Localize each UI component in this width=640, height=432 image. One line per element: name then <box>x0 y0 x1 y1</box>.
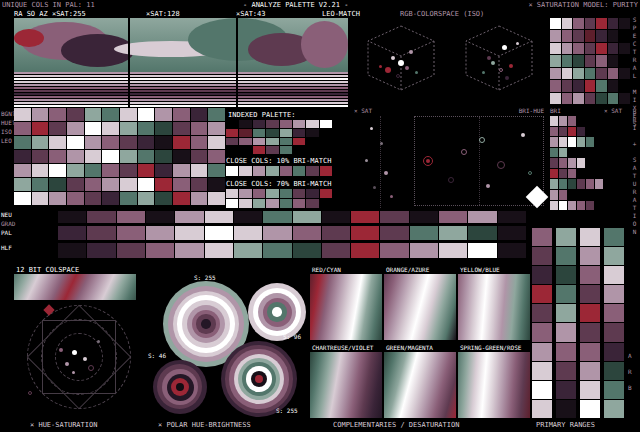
swatch <box>102 136 119 149</box>
swatch <box>380 211 408 223</box>
swatch <box>280 129 292 137</box>
scatter-dot <box>398 60 404 66</box>
scatter-dot <box>482 71 485 74</box>
swatch <box>253 166 265 176</box>
swatch <box>559 116 567 126</box>
scatter-dot <box>72 350 77 355</box>
scatter-dot <box>88 365 94 371</box>
swatch <box>85 136 102 149</box>
swatch <box>604 362 624 380</box>
swatch <box>67 122 84 135</box>
xsat-label-2[interactable]: × SAT <box>604 107 622 114</box>
swatch <box>559 179 567 189</box>
swatch <box>226 138 238 146</box>
row-label-hlf[interactable]: HLF <box>1 244 12 251</box>
terrain-blob <box>14 29 44 47</box>
swatch <box>550 93 561 104</box>
xsat-scatter-title[interactable]: × SAT <box>354 107 372 114</box>
scatter-dot <box>405 66 409 70</box>
swatch <box>556 247 576 265</box>
leo-match-label[interactable]: LEO-MATCH <box>322 10 360 18</box>
swatch <box>102 122 119 135</box>
xsat-scatter-panel: × SAT <box>352 106 408 210</box>
indexed-palette-grid[interactable] <box>226 120 332 154</box>
swatch-row <box>226 120 332 128</box>
swatch <box>559 201 567 211</box>
terrain-stripes <box>14 72 348 107</box>
bri-label[interactable]: BRI <box>550 107 561 114</box>
footer-primary-ranges[interactable]: PRIMARY RANGES <box>536 421 595 429</box>
iso-cube-right <box>452 18 546 104</box>
row-label-pal[interactable]: PAL <box>1 229 12 236</box>
xsat-scatter-dots <box>352 116 408 208</box>
swatch <box>556 304 576 322</box>
scatter-dot <box>28 391 32 395</box>
bri-hue-title[interactable]: BRI-HUE <box>519 107 544 114</box>
xsat-128-label[interactable]: ×SAT:128 <box>146 10 180 18</box>
swatch <box>532 381 552 399</box>
swatch <box>208 164 225 177</box>
swatch <box>573 55 584 66</box>
footer-polar-hue-brightness[interactable]: × POLAR HUE-BRIGHTNESS <box>158 421 251 429</box>
swatch <box>280 120 292 128</box>
swatch <box>239 166 251 176</box>
scatter-dot <box>43 305 54 316</box>
footer-hue-saturation[interactable]: × HUE-SATURATION <box>30 421 97 429</box>
swatch <box>87 211 115 223</box>
swatch <box>175 211 203 223</box>
swatch <box>49 164 66 177</box>
swatch <box>619 55 630 66</box>
swatch <box>468 211 496 223</box>
saturation-model-toggle[interactable]: × SATURATION MODEL: PURITY <box>528 1 638 9</box>
swatch <box>175 226 203 240</box>
swatch <box>559 137 567 147</box>
swatch <box>155 122 172 135</box>
swatch <box>608 30 619 41</box>
row-label-grad[interactable]: GRAD <box>1 220 15 227</box>
close-cols-70-grid <box>226 189 332 208</box>
scatter-dot <box>373 186 376 189</box>
sidebar-label-iso[interactable]: ISO <box>1 128 12 135</box>
swatch <box>14 87 348 89</box>
swatch <box>562 18 573 29</box>
swatch <box>586 137 594 147</box>
primary-strip-1 <box>532 228 552 418</box>
footer-complementaries[interactable]: COMPLEMENTARIES / DESATURATION <box>333 421 459 429</box>
swatch <box>173 178 190 191</box>
swatch <box>117 226 145 240</box>
swatch <box>596 18 607 29</box>
hue-saturation-dots <box>4 300 154 414</box>
swatch <box>14 99 348 101</box>
scatter-dot <box>97 340 100 343</box>
swatch <box>266 189 278 198</box>
swatch <box>550 179 558 189</box>
swatch <box>322 243 350 258</box>
swatch <box>577 179 585 189</box>
swatch <box>191 136 208 149</box>
swatch <box>191 164 208 177</box>
swatch <box>155 150 172 163</box>
swatch <box>596 43 607 54</box>
swatch <box>550 43 561 54</box>
swatch <box>266 120 278 128</box>
sort-mode-label[interactable]: RA SO AZ ×SAT:255 <box>14 10 86 18</box>
swatch <box>208 108 225 121</box>
swatch-row <box>14 122 225 135</box>
swatch <box>49 150 66 163</box>
scatter-dot <box>365 159 368 162</box>
swatch <box>559 190 567 200</box>
unique-cols-label: UNIQUE COLS IN PAL: 11 <box>2 1 95 9</box>
comp-panel-spring-green-rose <box>458 352 530 418</box>
swatch <box>320 120 332 128</box>
swatch <box>120 122 137 135</box>
swatch <box>596 80 607 91</box>
swatch <box>619 43 630 54</box>
swatch <box>14 75 348 77</box>
swatch <box>293 138 305 146</box>
row-label-neu[interactable]: NEU <box>1 211 12 218</box>
swatch-row <box>14 150 225 163</box>
xsat-43-label[interactable]: ×SAT:43 <box>236 10 266 18</box>
scatter-dot <box>487 56 491 60</box>
sidebar-label-leo[interactable]: LEO <box>1 137 12 144</box>
swatch <box>138 122 155 135</box>
